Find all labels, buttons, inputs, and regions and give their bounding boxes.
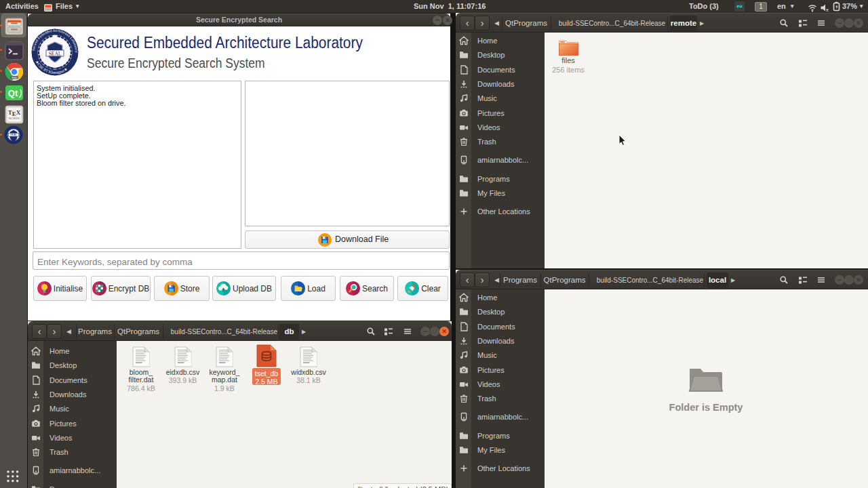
svg-text:Beta: Beta — [12, 77, 16, 79]
svg-text:SEAL: SEAL — [10, 133, 18, 136]
svg-text:MAKER: MAKER — [9, 117, 20, 120]
svg-text:Qt: Qt — [8, 88, 18, 98]
svg-text:SEAL: SEAL — [49, 51, 62, 57]
